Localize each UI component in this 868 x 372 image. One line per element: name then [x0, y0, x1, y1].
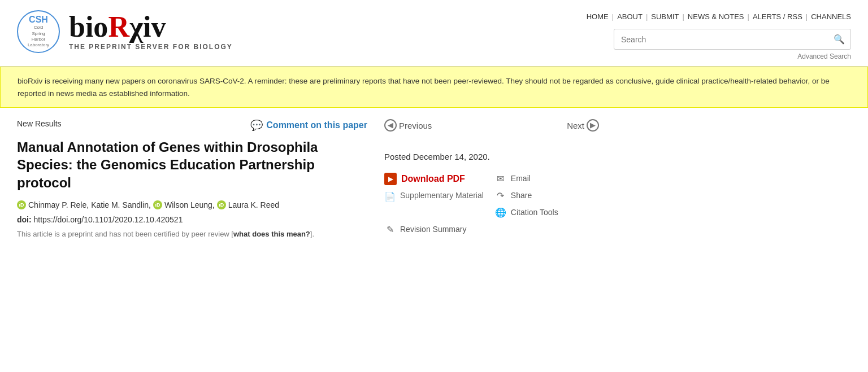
site-header: CSH ColdSpringHarborLaboratory bioRχiv T… [0, 0, 868, 67]
comment-icon: 💬 [250, 119, 263, 132]
article-nav: ◀ Previous Next ▶ [384, 119, 599, 141]
share-label: Share [511, 191, 532, 200]
comment-label: Comment on this paper [266, 120, 367, 130]
orcid-icon-4: iD [217, 200, 226, 209]
comment-button[interactable]: 💬 Comment on this paper [250, 119, 367, 132]
nav-about[interactable]: ABOUT [617, 12, 643, 21]
nav-news-notes[interactable]: NEWS & NOTES [688, 12, 744, 21]
advanced-search-link[interactable]: Advanced Search [797, 52, 851, 60]
prev-label: Previous [399, 121, 432, 130]
revision-icon: ✎ [384, 224, 396, 235]
sidebar-panel: ◀ Previous Next ▶ Posted December 14, 20… [384, 119, 599, 238]
search-box[interactable]: 🔍 [614, 29, 851, 50]
csh-initials: CSH [29, 15, 48, 25]
doi-link[interactable]: https://doi.org/10.1101/2020.12.10.42052… [34, 215, 183, 224]
nav-alerts-rss[interactable]: ALERTS / RSS [753, 12, 802, 21]
header-right: HOME | ABOUT | SUBMIT | NEWS & NOTES | A… [250, 10, 851, 60]
revision-summary-label: Revision Summary [400, 225, 466, 234]
search-input[interactable] [614, 30, 828, 49]
supplementary-icon: 📄 [384, 191, 396, 202]
search-area: 🔍 Advanced Search [614, 29, 851, 60]
alert-text: bioRxiv is receiving many new papers on … [18, 77, 830, 98]
author-1: Chinmay P. Rele, [28, 200, 89, 209]
logo-area: CSH ColdSpringHarborLaboratory bioRχiv T… [17, 10, 233, 53]
preprint-link[interactable]: what does this mean? [233, 230, 310, 238]
citation-tools-button[interactable]: 🌐 Citation Tools [495, 207, 558, 218]
doi-section: doi: https://doi.org/10.1101/2020.12.10.… [17, 215, 367, 224]
action-grid: ▶ Download PDF 📄 Supplementary Material … [384, 173, 599, 218]
article-type: New Results [17, 119, 62, 128]
email-button[interactable]: ✉ Email [495, 173, 558, 184]
download-pdf-label: Download PDF [401, 174, 465, 184]
biorxiv-r: R [108, 11, 129, 43]
next-label: Next [567, 121, 584, 130]
email-icon: ✉ [495, 173, 506, 184]
prev-button[interactable]: ◀ Previous [384, 119, 432, 132]
nav-sep-2: | [646, 12, 648, 21]
revision-summary-button[interactable]: ✎ Revision Summary [384, 224, 599, 235]
authors-list: iD Chinmay P. Rele, Katie M. Sandlin, iD… [17, 200, 367, 209]
author-3: Wilson Leung, [164, 200, 215, 209]
main-content: New Results 💬 Comment on this paper Manu… [0, 108, 868, 250]
article-header-row: New Results 💬 Comment on this paper [17, 119, 367, 133]
action-left-col: ▶ Download PDF 📄 Supplementary Material [384, 173, 484, 218]
biorxiv-logo: bioRχiv THE PREPRINT SERVER FOR BIOLOGY [69, 12, 233, 51]
share-icon: ↷ [495, 190, 506, 201]
action-right-col: ✉ Email ↷ Share 🌐 Citation Tools [495, 173, 558, 218]
alert-banner: bioRxiv is receiving many new papers on … [0, 67, 868, 108]
orcid-icon-1: iD [17, 200, 26, 209]
csh-logo: CSH ColdSpringHarborLaboratory [17, 10, 60, 53]
biorxiv-title: bioRχiv [69, 12, 166, 42]
orcid-icon-3: iD [153, 200, 162, 209]
nav-sep-5: | [806, 12, 808, 21]
article-content: New Results 💬 Comment on this paper Manu… [17, 119, 367, 238]
supplementary-button[interactable]: 📄 Supplementary Material [384, 191, 484, 202]
supplementary-label: Supplementary Material [400, 191, 484, 200]
nav-submit[interactable]: SUBMIT [651, 12, 679, 21]
next-button[interactable]: Next ▶ [567, 119, 599, 132]
nav-channels[interactable]: CHANNELS [811, 12, 851, 21]
nav-sep-4: | [748, 12, 749, 21]
prev-arrow-icon: ◀ [384, 119, 397, 132]
preprint-text-end: ]. [310, 230, 314, 238]
next-arrow-icon: ▶ [587, 119, 599, 132]
citation-tools-label: Citation Tools [511, 208, 558, 217]
share-button[interactable]: ↷ Share [495, 190, 558, 201]
article-title: Manual Annotation of Genes within Drosop… [17, 138, 367, 191]
nav-sep-1: | [612, 12, 614, 21]
biorxiv-subtitle: THE PREPRINT SERVER FOR BIOLOGY [69, 43, 233, 51]
nav-sep-3: | [682, 12, 684, 21]
author-4: Laura K. Reed [228, 200, 279, 209]
author-2: Katie M. Sandlin, [91, 200, 151, 209]
download-pdf-button[interactable]: ▶ Download PDF [384, 173, 484, 185]
email-label: Email [511, 174, 531, 183]
posted-date: Posted December 14, 2020. [384, 152, 599, 161]
citation-icon: 🌐 [495, 207, 506, 218]
search-icon: 🔍 [828, 29, 850, 49]
pdf-icon: ▶ [384, 173, 397, 185]
preprint-note: This article is a preprint and has not b… [17, 230, 367, 238]
doi-label: doi: [17, 215, 32, 224]
main-nav: HOME | ABOUT | SUBMIT | NEWS & NOTES | A… [587, 12, 851, 21]
csh-fullname: ColdSpringHarborLaboratory [28, 25, 49, 49]
preprint-text: This article is a preprint and has not b… [17, 230, 233, 238]
nav-home[interactable]: HOME [587, 12, 609, 21]
